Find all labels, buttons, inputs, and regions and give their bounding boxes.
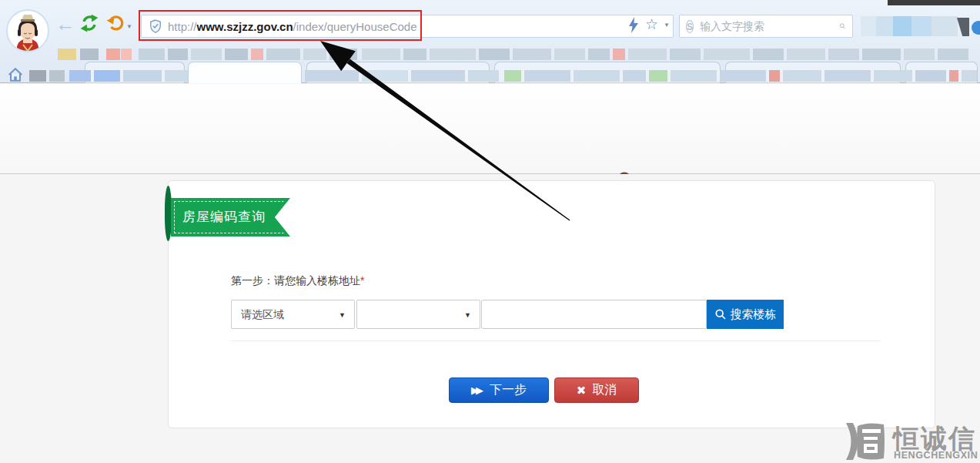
ribbon-fold [165,186,172,241]
district-select-value: 请选区域 [241,308,284,322]
hengchengxin-logo-icon [845,421,890,461]
blurred-block [876,16,893,36]
blurred-block [893,16,911,36]
undo-dropdown-caret[interactable]: ▼ [126,23,132,30]
building-address-input[interactable] [481,300,707,329]
undo-button[interactable] [106,14,125,32]
url-path: /index/queryHouseCode [293,20,417,33]
ribbon-title: 房屋编码查询 [182,208,266,226]
security-shield-icon [148,18,163,35]
browser-profile-avatar[interactable] [6,9,49,52]
home-button[interactable] [7,66,24,83]
browser-tab-active[interactable] [188,62,302,83]
next-step-label: 下一步 [490,382,527,398]
search-building-button[interactable]: 搜索楼栋 [707,300,784,329]
district-select[interactable]: 请选区域 ▼ [231,300,355,329]
bookmark-dropdown-caret[interactable]: ▼ [664,22,670,29]
browser-corner-icon [972,21,980,35]
url-text: http://www.szjzz.gov.cn/index/queryHouse… [168,20,417,33]
divider [231,341,880,341]
step-label: 第一步：请您输入楼栋地址* [231,274,364,288]
search-icon [714,308,727,320]
back-button[interactable]: ← [55,12,75,35]
toolbar-search-box[interactable]: S [679,15,853,38]
lightning-icon[interactable] [628,17,639,34]
blurred-block [911,16,932,36]
bookmark-star-icon[interactable]: ☆ [645,15,658,33]
blurred-block [861,16,876,36]
house-code-ribbon: 房屋编码查询 [171,198,290,237]
site-header: 深圳市公安局｜深圳经济特区居住证服务平台 ShenZhen Municipal … [0,84,980,174]
url-protocol: http:// [168,20,197,33]
required-asterisk: * [360,274,364,287]
url-domain: www.szjzz.gov.cn [197,20,293,33]
next-step-button[interactable]: ▶▶ 下一步 [449,377,549,403]
cartoon-avatar-icon [8,11,48,51]
street-select[interactable]: ▼ [356,300,480,329]
browser-window: ← ▼ http://www.szjzz.gov.cn/index/queryH… [0,0,980,463]
blurred-block [932,16,958,36]
browser-toolbar: ← ▼ http://www.szjzz.gov.cn/index/queryH… [0,0,980,83]
refresh-button[interactable] [79,13,99,33]
window-corner-strip [888,0,980,5]
address-bar[interactable]: http://www.szjzz.gov.cn/index/queryHouse… [141,15,674,38]
chevron-down-icon: ▼ [339,311,346,319]
watermark-en: HENGCHENGXIN [894,450,978,461]
search-building-label: 搜索楼栋 [731,307,777,322]
blurred-block [957,18,969,36]
cancel-button[interactable]: ✖ 取消 [554,377,639,403]
sogou-s-icon: S [686,20,694,33]
step-label-text: 第一步：请您输入楼栋地址 [231,274,360,287]
cancel-label: 取消 [592,382,617,398]
search-input[interactable] [700,20,839,32]
hengchengxin-watermark: 恒诚信 HENGCHENGXIN [845,421,890,463]
magnifier-icon[interactable] [839,18,846,34]
x-icon: ✖ [577,384,587,398]
chevron-down-icon: ▼ [464,311,471,319]
double-arrow-icon: ▶▶ [471,384,480,396]
